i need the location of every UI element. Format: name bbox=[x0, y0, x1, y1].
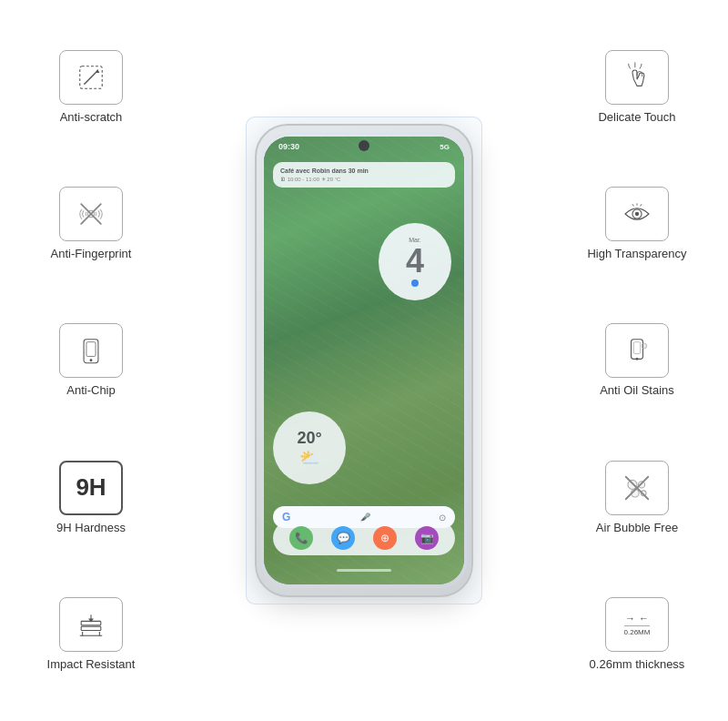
svg-rect-22 bbox=[633, 342, 640, 354]
arrow-right: ← bbox=[639, 613, 649, 624]
dock-phone-icon: 📞 bbox=[289, 526, 313, 550]
svg-rect-7 bbox=[86, 342, 96, 357]
cal-dot bbox=[411, 279, 419, 287]
main-container: Anti-scratch Anti-Fingerp bbox=[0, 0, 728, 721]
feature-air-bubble-free: Air Bubble Free bbox=[596, 461, 678, 534]
phone-screen: 09:30 5G Café avec Robin dans 30 min 🗓 1… bbox=[264, 137, 464, 584]
thickness-label: 0.26mm thickness bbox=[590, 657, 685, 671]
svg-point-24 bbox=[628, 480, 637, 489]
notification-title: Café avec Robin dans 30 min bbox=[280, 168, 448, 174]
svg-line-1 bbox=[85, 70, 97, 83]
svg-line-20 bbox=[632, 204, 633, 206]
anti-chip-label: Anti-Chip bbox=[66, 383, 115, 397]
delicate-touch-icon bbox=[621, 61, 653, 94]
feature-anti-oil-stains: Anti Oil Stains bbox=[600, 323, 674, 397]
feature-anti-scratch: Anti-scratch bbox=[59, 50, 123, 124]
notification-card: Café avec Robin dans 30 min 🗓 10:00 - 11… bbox=[273, 162, 455, 188]
feature-9h-hardness: 9H 9H Hardness bbox=[56, 461, 126, 534]
weather-icon: ⛅ bbox=[299, 448, 319, 468]
svg-point-23 bbox=[636, 358, 639, 360]
calendar-widget: Mar. 4 bbox=[379, 223, 451, 300]
air-bubble-free-label: Air Bubble Free bbox=[596, 521, 678, 534]
phone: 09:30 5G Café avec Robin dans 30 min 🗓 1… bbox=[255, 124, 473, 597]
status-time: 09:30 bbox=[278, 142, 299, 151]
dock-message-icon: 💬 bbox=[331, 526, 355, 550]
arrow-left: → bbox=[625, 613, 635, 624]
anti-oil-stains-label: Anti Oil Stains bbox=[600, 383, 674, 397]
notification-sub: 🗓 10:00 - 11:00 ☀ 20 °C bbox=[280, 176, 448, 182]
impact-resistant-label: Impact Resistant bbox=[47, 657, 136, 671]
thickness-icon-box: → ← 0.26MM bbox=[605, 597, 669, 652]
svg-point-17 bbox=[635, 212, 639, 216]
cal-day: 4 bbox=[406, 245, 424, 278]
anti-fingerprint-icon-box bbox=[59, 187, 123, 241]
delicate-touch-icon-box bbox=[605, 50, 669, 105]
anti-chip-icon-box bbox=[59, 323, 123, 378]
weather-temp: 20° bbox=[297, 429, 321, 448]
status-network: 5G bbox=[440, 143, 450, 151]
phone-notch bbox=[359, 140, 369, 151]
thickness-value: 0.26MM bbox=[624, 625, 651, 636]
high-transparency-icon bbox=[621, 198, 653, 230]
air-bubble-free-icon bbox=[621, 472, 653, 504]
anti-chip-icon bbox=[75, 334, 107, 367]
feature-thickness: → ← 0.26MM 0.26mm thickness bbox=[590, 597, 685, 671]
anti-fingerprint-icon bbox=[75, 198, 107, 230]
feature-delicate-touch: Delicate Touch bbox=[598, 50, 675, 124]
anti-scratch-icon-box bbox=[59, 50, 123, 105]
9h-label-inner: 9H bbox=[76, 473, 106, 502]
feature-high-transparency: High Transparency bbox=[587, 187, 686, 260]
anti-oil-stains-icon-box bbox=[605, 323, 669, 378]
anti-scratch-icon bbox=[75, 61, 107, 94]
weather-widget: 20° ⛅ bbox=[273, 411, 346, 484]
features-right: Delicate Touch High Transparency bbox=[555, 0, 719, 721]
high-transparency-icon-box bbox=[605, 187, 669, 241]
svg-line-19 bbox=[641, 204, 642, 206]
svg-point-8 bbox=[90, 360, 93, 362]
impact-resistant-icon bbox=[75, 608, 107, 641]
dock-camera-icon: 📷 bbox=[415, 526, 439, 550]
svg-rect-10 bbox=[81, 626, 101, 630]
svg-marker-12 bbox=[88, 619, 94, 623]
screen-background: 09:30 5G Café avec Robin dans 30 min 🗓 1… bbox=[264, 137, 464, 584]
feature-anti-fingerprint: Anti-Fingerprint bbox=[51, 187, 132, 260]
air-bubble-free-icon-box bbox=[605, 461, 669, 515]
home-indicator bbox=[337, 569, 391, 572]
svg-marker-2 bbox=[96, 68, 99, 72]
impact-resistant-icon-box bbox=[59, 597, 123, 652]
phone-wrapper: 09:30 5G Café avec Robin dans 30 min 🗓 1… bbox=[255, 124, 473, 597]
9h-hardness-icon-box: 9H bbox=[59, 461, 123, 515]
features-left: Anti-scratch Anti-Fingerp bbox=[9, 0, 173, 721]
app-dock: 📞 💬 ⊕ 📷 bbox=[273, 521, 455, 555]
feature-impact-resistant: Impact Resistant bbox=[47, 597, 136, 671]
anti-fingerprint-label: Anti-Fingerprint bbox=[51, 247, 132, 260]
feature-anti-chip: Anti-Chip bbox=[59, 323, 123, 397]
delicate-touch-label: Delicate Touch bbox=[598, 110, 675, 124]
thickness-arrows: → ← bbox=[625, 613, 649, 624]
9h-hardness-label: 9H Hardness bbox=[56, 521, 126, 534]
anti-scratch-label: Anti-scratch bbox=[60, 110, 123, 124]
high-transparency-label: High Transparency bbox=[587, 247, 686, 260]
dock-chrome-icon: ⊕ bbox=[373, 526, 397, 550]
anti-oil-stains-icon bbox=[621, 334, 653, 367]
